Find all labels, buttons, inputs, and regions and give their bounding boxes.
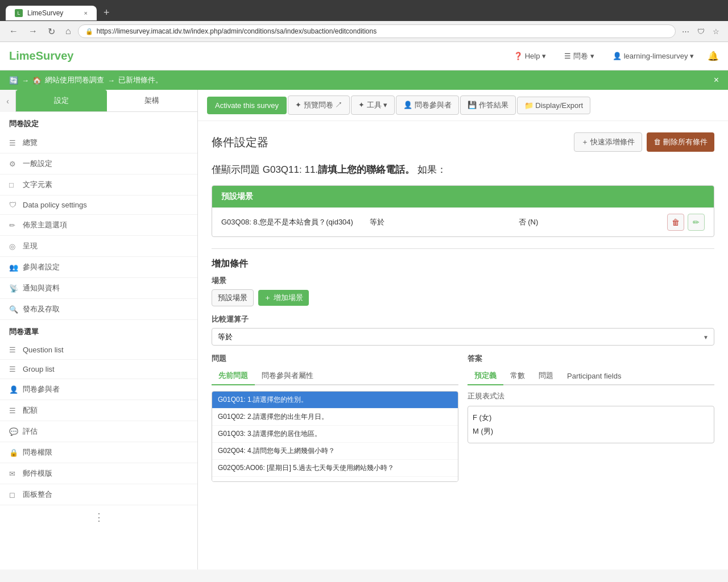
new-tab-button[interactable]: + xyxy=(101,5,112,21)
sidebar-item-publish[interactable]: 🔍 發布及存取 xyxy=(0,299,197,320)
display-export-button[interactable]: 📁 Display/Export xyxy=(517,97,590,114)
notification-icon: 📡 xyxy=(9,284,18,293)
list-item[interactable]: G01Q01: 1.請選擇您的性別。 xyxy=(212,392,458,409)
shield-button[interactable]: 🛡 xyxy=(694,26,708,37)
delete-all-conditions-button[interactable]: 🗑 刪除所有條件 xyxy=(647,132,714,152)
presentation-icon: ◎ xyxy=(9,242,18,251)
scenario-condition-text: G03Q08: 8.您是不是本站會員？(qid304) xyxy=(221,217,361,227)
tab-structure[interactable]: 架構 xyxy=(107,90,198,111)
sidebar-item-panel[interactable]: ◻ 面板整合 xyxy=(0,484,197,505)
tab-participant-fields[interactable]: Participant fields xyxy=(560,367,628,385)
answer-item[interactable]: F (女) xyxy=(473,411,709,425)
user-icon: 👤 xyxy=(613,52,622,60)
sidebar-item-permissions[interactable]: 🔒 問卷權限 xyxy=(0,442,197,463)
forward-button[interactable]: → xyxy=(25,25,41,38)
list-item[interactable]: G01Q02: 2.請選擇您的出生年月日。 xyxy=(212,409,458,426)
list-item[interactable]: G01Q03: 3.請選擇您的居住地區。 xyxy=(212,426,458,443)
survey-menu-section-title: 問卷選單 xyxy=(0,320,197,340)
tab-predefined[interactable]: 預定義 xyxy=(468,367,503,385)
sidebar-item-question-list[interactable]: ☰ Question list xyxy=(0,340,197,360)
sidebar-item-text-elements[interactable]: □ 文字元素 xyxy=(0,174,197,196)
comparator-select[interactable]: 等於 不等於 大於 小於 大於等於 小於等於 xyxy=(212,328,714,346)
toolbar: Activate this survey ✦ 預覽問卷 ↗ ✦ 工具 ▾ 👤 問… xyxy=(198,90,728,121)
email-icon: ✉ xyxy=(9,469,18,478)
tab-previous-questions[interactable]: 先前問題 xyxy=(212,367,255,385)
sidebar-toggle-button[interactable]: ‹ xyxy=(0,90,16,112)
sidebar-item-group-list[interactable]: ☰ Group list xyxy=(0,360,197,379)
activate-survey-button[interactable]: Activate this survey xyxy=(207,97,287,114)
list-item[interactable]: G02Q05:AO06: [星期日] 5.過去七天每天使用網站幾小時？ xyxy=(212,460,458,477)
scenario-value: 否 (N) xyxy=(519,217,658,227)
sidebar-more[interactable]: ⋮ xyxy=(0,505,197,529)
notification-message: 已新增條件。 xyxy=(118,75,163,85)
sidebar-item-participants-settings[interactable]: 👥 參與者設定 xyxy=(0,257,197,278)
sidebar-item-assessment[interactable]: 💬 評估 xyxy=(0,421,197,442)
scenario-row: G03Q08: 8.您是不是本站會員？(qid304) 等於 否 (N) 🗑 ✏ xyxy=(212,207,714,236)
refresh-button[interactable]: ↻ xyxy=(44,25,59,38)
browser-nav: ← → ↻ ⌂ 🔒 https://limesurvey.imacat.idv.… xyxy=(0,21,728,42)
notification-close-button[interactable]: × xyxy=(714,75,719,85)
section-actions: ＋ 快速添增條件 🗑 刪除所有條件 xyxy=(574,132,714,152)
answer-tabs: 預定義 常數 問題 Participant fields xyxy=(468,367,714,385)
tab-constants[interactable]: 常數 xyxy=(503,367,532,385)
preview-survey-button[interactable]: ✦ 預覽問卷 ↗ xyxy=(288,95,350,115)
sidebar-item-participants[interactable]: 👤 問卷參與者 xyxy=(0,379,197,400)
list-item[interactable]: G02Q04: 4.請問您每天上網幾個小時？ xyxy=(212,443,458,460)
notification-bell-icon[interactable]: 🔔 xyxy=(708,51,719,61)
star-button[interactable]: ☆ xyxy=(710,26,722,37)
notification-bar: 🔄 → 🏠 網站使用問卷調查 → 已新增條件。 × xyxy=(0,70,728,90)
answer-item[interactable]: M (男) xyxy=(473,425,709,438)
app-header: LimeSurvey ❓ Help ▾ ☰ 問卷 ▾ 👤 learning-li… xyxy=(0,42,728,70)
list-item[interactable]: G02Q05:AO05: [星期六] 5.過去七天每天使用網站幾小時？ xyxy=(212,477,458,482)
question-tabs: 先前問題 問卷參與者屬性 xyxy=(212,367,458,385)
tab-participant-attributes[interactable]: 問卷參與者屬性 xyxy=(255,367,320,385)
url-text: https://limesurvey.imacat.idv.tw/index.p… xyxy=(97,27,668,35)
theme-icon: ✏ xyxy=(9,221,18,230)
sidebar-item-notifications[interactable]: 📡 通知與資料 xyxy=(0,278,197,299)
scenario-box: 預設場景 G03Q08: 8.您是不是本站會員？(qid304) 等於 否 (N… xyxy=(212,185,714,237)
add-scene-button[interactable]: ＋ 增加場景 xyxy=(258,290,309,306)
answer-column: 答案 預定義 常數 問題 Participant fields 正規表式法 F … xyxy=(468,354,714,482)
more-options-icon: ⋮ xyxy=(94,512,104,523)
tab-title: LimeSurvey xyxy=(27,9,63,17)
delete-condition-button[interactable]: 🗑 xyxy=(667,214,684,231)
overview-icon: ☰ xyxy=(9,139,18,147)
browser-tab[interactable]: L LimeSurvey × xyxy=(6,6,97,20)
default-scenario-button[interactable]: 預設場景 xyxy=(212,289,254,306)
survey-menu-button[interactable]: ☰ 問卷 ▾ xyxy=(560,49,599,64)
sidebar-item-overview[interactable]: ☰ 總覽 xyxy=(0,132,197,153)
quick-add-condition-button[interactable]: ＋ 快速添增條件 xyxy=(574,132,643,152)
sidebar-item-general-settings[interactable]: ⚙ 一般設定 xyxy=(0,153,197,174)
sidebar-tabs: 設定 架構 xyxy=(16,90,197,112)
edit-condition-button[interactable]: ✏ xyxy=(688,214,705,231)
text-icon: □ xyxy=(9,181,18,189)
question-list[interactable]: G01Q01: 1.請選擇您的性別。 G01Q02: 2.請選擇您的出生年月日。… xyxy=(212,391,458,482)
user-menu-button[interactable]: 👤 learning-limesurvey ▾ xyxy=(608,49,698,63)
close-tab-button[interactable]: × xyxy=(84,10,88,16)
help-button[interactable]: ❓ Help ▾ xyxy=(509,49,551,63)
scenario-header: 預設場景 xyxy=(212,186,714,207)
participants-button[interactable]: 👤 問卷參與者 xyxy=(396,95,459,115)
sidebar-item-data-policy[interactable]: 🛡 Data policy settings xyxy=(0,196,197,215)
responses-button[interactable]: 💾 作答結果 xyxy=(460,95,516,115)
question-list-icon: ☰ xyxy=(9,346,18,354)
tools-button[interactable]: ✦ 工具 ▾ xyxy=(351,95,395,115)
tab-settings[interactable]: 設定 xyxy=(16,90,107,111)
home-button[interactable]: ⌂ xyxy=(62,25,75,38)
browser-chrome: L LimeSurvey × + xyxy=(0,0,728,21)
logo[interactable]: LimeSurvey xyxy=(9,49,73,63)
sidebar-item-email-templates[interactable]: ✉ 郵件模版 xyxy=(0,463,197,484)
back-button[interactable]: ← xyxy=(6,25,22,38)
breadcrumb-arrow-1: → xyxy=(22,76,29,85)
address-bar[interactable]: 🔒 https://limesurvey.imacat.idv.tw/index… xyxy=(78,24,676,38)
breadcrumb-survey-name[interactable]: 網站使用問卷調查 xyxy=(45,75,104,85)
sidebar-item-theme[interactable]: ✏ 佈景主題選項 xyxy=(0,215,197,236)
scenario-operator: 等於 xyxy=(370,217,509,227)
home-breadcrumb-icon: 🏠 xyxy=(32,76,42,85)
extensions-button[interactable]: ⋯ xyxy=(679,26,692,37)
panel-icon: ◻ xyxy=(9,490,18,499)
sidebar-item-presentation[interactable]: ◎ 呈現 xyxy=(0,236,197,257)
tab-favicon: L xyxy=(15,9,23,17)
tab-questions[interactable]: 問題 xyxy=(532,367,560,385)
sidebar-item-quota[interactable]: ☰ 配額 xyxy=(0,400,197,421)
